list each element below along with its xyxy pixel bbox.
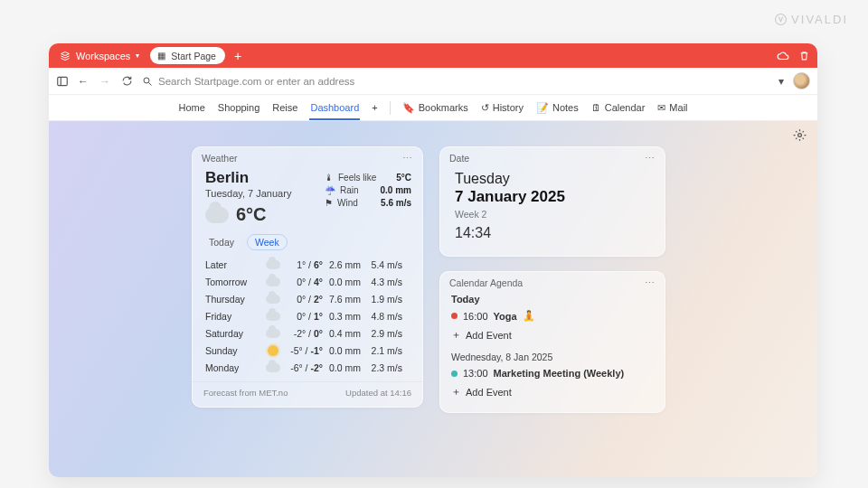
forecast-day: Later <box>205 259 261 270</box>
date-time: 14:34 <box>455 225 652 241</box>
add-event-button[interactable]: ＋Add Event <box>451 380 654 403</box>
forecast-row: Friday0° / 1°0.3 mm4.8 m/s <box>205 307 411 324</box>
address-dropdown-icon[interactable]: ▾ <box>778 75 784 88</box>
widget-title: Calendar Agenda <box>449 277 523 288</box>
widget-menu-button[interactable]: ⋯ <box>402 153 413 164</box>
nav-bookmarks[interactable]: 🔖Bookmarks <box>401 102 469 114</box>
forecast-row: Monday-6° / -2°0.0 mm2.3 m/s <box>205 359 411 376</box>
forecast-rain: 2.6 mm <box>323 259 361 270</box>
search-icon <box>142 76 153 87</box>
add-event-button[interactable]: ＋Add Event <box>451 324 654 346</box>
nav-add[interactable]: + <box>371 102 378 113</box>
nav-home[interactable]: Home <box>177 102 205 113</box>
tab-toolbar: Workspaces ▾ ▦ Start Page + <box>49 43 817 68</box>
forecast-rain: 0.0 mm <box>323 277 361 287</box>
cloud-icon <box>266 312 280 321</box>
forecast-wind: 2.3 m/s <box>361 362 402 373</box>
forecast-rain: 0.0 mm <box>323 362 361 373</box>
forecast-row: Thursday0° / 2°7.6 mm1.9 m/s <box>205 290 411 307</box>
svg-point-5 <box>798 134 802 137</box>
nav-shopping[interactable]: Shopping <box>217 102 261 113</box>
forecast-temp: -6° / -2° <box>285 362 323 373</box>
tab-start-page[interactable]: ▦ Start Page <box>150 47 225 64</box>
widget-menu-button[interactable]: ⋯ <box>645 277 656 288</box>
trash-icon[interactable] <box>798 50 810 62</box>
vivaldi-logo-icon <box>775 14 787 25</box>
nav-reise[interactable]: Reise <box>271 102 298 113</box>
forecast-temp: -5° / -1° <box>285 345 323 356</box>
forecast-wind: 5.4 m/s <box>361 259 402 270</box>
agenda-date-label: Wednesday, 8 Jan 2025 <box>451 352 654 362</box>
calendar-icon: 🗓 <box>591 102 601 113</box>
rain-icon: ☔ <box>325 185 335 195</box>
forecast-row: Sunday-5° / -1°0.0 mm2.1 m/s <box>205 342 411 359</box>
forecast-source: Forecast from MET.no <box>203 388 288 398</box>
history-icon: ↺ <box>481 102 489 114</box>
date-week: Week 2 <box>455 209 652 220</box>
panel-toggle-icon[interactable] <box>56 75 69 88</box>
agenda-today-label: Today <box>451 294 654 305</box>
new-tab-button[interactable]: + <box>232 49 243 63</box>
forecast-row: Later1° / 6°2.6 mm5.4 m/s <box>205 256 411 273</box>
weather-date: Tuesday, 7 January <box>205 188 316 199</box>
forecast-updated: Updated at 14:16 <box>345 388 411 398</box>
workspaces-icon <box>60 51 71 61</box>
sync-cloud-icon[interactable] <box>777 50 789 62</box>
cloud-icon <box>266 363 280 372</box>
forecast-wind: 2.1 m/s <box>361 345 402 356</box>
forecast-temp: -2° / 0° <box>285 328 323 339</box>
forecast-wind: 4.3 m/s <box>361 277 402 287</box>
nav-separator <box>390 101 391 115</box>
plus-icon: ＋ <box>451 328 461 342</box>
forecast-row: Saturday-2° / 0°0.4 mm2.9 m/s <box>205 324 411 342</box>
plus-icon: ＋ <box>451 385 461 399</box>
dashboard-icon: ▦ <box>157 51 165 61</box>
forward-button[interactable]: → <box>99 75 110 88</box>
cloud-icon <box>266 277 280 286</box>
nav-row: Home Shopping Reise Dashboard + 🔖Bookmar… <box>49 95 817 121</box>
nav-notes[interactable]: 📝Notes <box>535 102 580 114</box>
profile-avatar[interactable] <box>793 72 810 89</box>
weather-widget: Weather ⋯ Berlin Tuesday, 7 January 6°C … <box>192 146 423 408</box>
forecast-temp: 0° / 1° <box>285 311 323 322</box>
weather-tab-week[interactable]: Week <box>247 234 288 250</box>
widget-menu-button[interactable]: ⋯ <box>645 153 656 164</box>
date-widget: Date ⋯ Tuesday 7 January 2025 Week 2 14:… <box>439 146 665 257</box>
chevron-down-icon: ▾ <box>136 52 139 60</box>
back-button[interactable]: ← <box>78 75 89 88</box>
mail-icon: ✉ <box>657 102 665 114</box>
dashboard-area: Weather ⋯ Berlin Tuesday, 7 January 6°C … <box>49 121 817 477</box>
current-temp: 6°C <box>236 204 267 225</box>
forecast-rain: 0.0 mm <box>323 345 361 356</box>
workspaces-button[interactable]: Workspaces ▾ <box>56 51 143 61</box>
wind-icon: ⚑ <box>325 198 333 208</box>
nav-dashboard[interactable]: Dashboard <box>309 102 360 113</box>
widget-title: Date <box>449 153 469 164</box>
forecast-day: Tomorrow <box>205 277 261 287</box>
forecast-day: Saturday <box>205 328 261 339</box>
notes-icon: 📝 <box>536 102 549 114</box>
svg-point-3 <box>144 78 149 83</box>
nav-history[interactable]: ↺History <box>480 102 524 114</box>
sun-icon <box>268 345 278 356</box>
dashboard-settings-button[interactable] <box>793 128 807 142</box>
agenda-widget: Calendar Agenda ⋯ Today 16:00 Yoga 🧘 ＋Ad… <box>439 271 665 413</box>
brand-watermark: VIVALDI <box>775 13 848 26</box>
agenda-event[interactable]: 16:00 Yoga 🧘 <box>451 308 654 324</box>
forecast-wind: 1.9 m/s <box>361 294 402 305</box>
tab-title: Start Page <box>171 51 216 61</box>
forecast-temp: 0° / 4° <box>285 277 323 287</box>
date-weekday: Tuesday <box>455 171 652 187</box>
forecast-temp: 0° / 2° <box>285 294 323 305</box>
cloud-icon <box>266 260 280 269</box>
agenda-event[interactable]: 13:00 Marketing Meeting (Weekly) <box>451 366 654 380</box>
forecast-rain: 7.6 mm <box>323 294 361 305</box>
url-input[interactable]: Search Startpage.com or enter an address <box>142 76 769 87</box>
event-dot-icon <box>451 371 458 377</box>
nav-calendar[interactable]: 🗓Calendar <box>590 102 646 113</box>
reload-button[interactable] <box>121 75 133 87</box>
weather-tab-today[interactable]: Today <box>202 234 241 250</box>
forecast-day: Friday <box>205 311 261 322</box>
widget-title: Weather <box>202 153 238 164</box>
nav-mail[interactable]: ✉Mail <box>656 102 688 114</box>
